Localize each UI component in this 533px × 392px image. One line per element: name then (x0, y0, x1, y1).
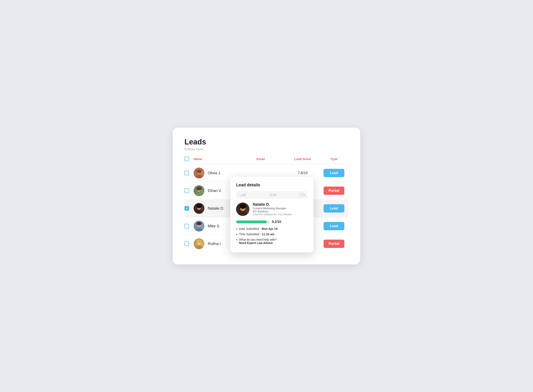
svg-point-18 (239, 204, 246, 209)
popup-avatar (236, 203, 249, 216)
row-checkbox-ethan[interactable] (184, 188, 189, 193)
badge-ethan[interactable]: Partial (323, 187, 344, 195)
row-type-rufina: Partial (319, 240, 349, 248)
row-type-mike: Lead (319, 222, 349, 230)
avatar-natalie (194, 203, 205, 214)
popup-person-usage: Used the software for: 6-12 months (253, 213, 292, 216)
avatar-mike (194, 221, 205, 232)
popup-person-role: Content Marketing Manager (253, 207, 292, 210)
signal-icon (239, 193, 245, 196)
svg-point-1 (195, 175, 203, 178)
col-lead-score: Lead Score (286, 157, 319, 161)
popup-detail-time: Time Submitted - 11:10 am (236, 233, 308, 236)
row-name-natalie: Natalie D. (208, 206, 224, 211)
popup-detail-help-label: What do you need help with?Need Expert L… (239, 238, 277, 245)
avatar-rufina (194, 238, 205, 249)
battery-icon (300, 194, 304, 196)
lead-details-popup: Lead details 11:00 (230, 177, 313, 252)
avatar-olivia (194, 168, 205, 178)
row-name-cell-olivia: Olivia J. (194, 168, 235, 178)
row-checkbox-mike[interactable] (184, 224, 189, 228)
signal-bar-4 (244, 193, 245, 196)
popup-detail-time-label: Time Submitted - 11:10 am (239, 233, 274, 236)
row-name-cell-rufina: Rufina I (194, 238, 235, 249)
popup-detail-help-value: Need Expert Law Advice (239, 241, 273, 245)
svg-point-13 (195, 245, 203, 249)
row-name-rufina: Rufina I (208, 242, 221, 246)
signal-bar-1 (239, 195, 240, 196)
row-name-olivia: Olivia J. (208, 171, 221, 175)
row-checkbox-natalie[interactable] (184, 206, 189, 211)
row-name-ethan: Ethan V. (208, 189, 222, 193)
badge-olivia[interactable]: Lead (323, 169, 344, 177)
popup-phone-bar: 11:00 (236, 191, 308, 199)
row-name-cell-natalie: Natalie D. (194, 203, 235, 214)
svg-point-15 (196, 239, 202, 243)
popup-score-bar-row: 9.2/10 (236, 220, 308, 224)
col-email: Email (235, 157, 286, 161)
score-bar-bg (236, 220, 269, 223)
signal-bar-3 (243, 194, 244, 196)
popup-person-company: ED Solutions (253, 210, 292, 213)
popup-detail-date: Date Submitted - Mon Apr 19 (236, 227, 308, 230)
svg-point-6 (196, 187, 201, 191)
popup-detail-time-value: 11:10 am (262, 233, 274, 236)
signal-bar-2 (241, 195, 242, 196)
row-type-ethan: Partial (319, 187, 349, 195)
popup-person-name: Natalie D. (253, 202, 292, 207)
popup-detail-date-value: Mon Apr 19 (262, 227, 277, 230)
row-checkbox-rufina[interactable] (184, 242, 189, 246)
col-type: Type (319, 157, 349, 161)
page-title: Leads (184, 138, 349, 146)
badge-mike[interactable]: Lead (323, 222, 344, 230)
popup-score-value: 9.2/10 (272, 220, 281, 224)
popup-detail-list: Date Submitted - Mon Apr 19 Time Submitt… (236, 227, 308, 245)
svg-point-12 (196, 222, 201, 225)
svg-point-7 (195, 210, 203, 214)
popup-person-info: Natalie D. Content Marketing Manager ED … (253, 202, 292, 216)
popup-detail-help: What do you need help with?Need Expert L… (236, 238, 308, 245)
row-name-cell-mike: Mike S. (194, 221, 235, 232)
badge-natalie[interactable]: Lead (323, 204, 344, 213)
row-name-mike: Mike S. (208, 224, 220, 228)
table-header: Name Email Lead Score Type (184, 157, 349, 164)
row-type-natalie: Lead (319, 204, 349, 213)
popup-phone-time: 11:00 (269, 193, 276, 196)
popup-detail-date-label: Date Submitted - Mon Apr 19 (239, 227, 277, 230)
svg-point-16 (238, 211, 247, 216)
table-body: Olivia J. 7.8/10 Lead Ethan V. (184, 164, 349, 253)
svg-point-9 (196, 204, 202, 208)
page-subtitle: Enquiry Form (184, 147, 349, 151)
row-name-cell-ethan: Ethan V. (194, 185, 235, 196)
row-score-olivia: 7.8/10 (286, 171, 319, 175)
badge-rufina[interactable]: Partial (323, 240, 344, 248)
avatar-ethan (194, 185, 205, 196)
row-checkbox-olivia[interactable] (184, 171, 189, 175)
popup-person: Natalie D. Content Marketing Manager ED … (236, 202, 308, 216)
score-bar-fill (236, 220, 267, 223)
col-name: Name (194, 157, 235, 161)
row-type-olivia: Lead (319, 169, 349, 177)
select-all-checkbox[interactable] (184, 157, 189, 161)
main-card: Leads Enquiry Form Name Email Lead Score… (173, 128, 360, 264)
popup-title: Lead details (236, 182, 308, 187)
svg-point-10 (195, 228, 203, 232)
svg-point-3 (197, 170, 201, 173)
svg-point-4 (195, 192, 203, 196)
